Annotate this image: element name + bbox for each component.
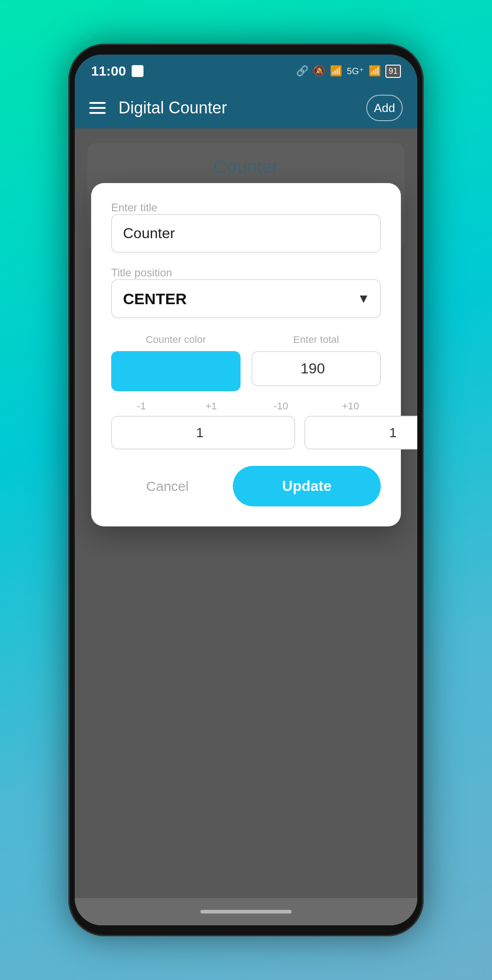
- step-labels-row: -1 +1 -10 +10: [111, 400, 381, 412]
- link-icon: 🔗: [296, 65, 308, 77]
- menu-line-3: [89, 112, 106, 114]
- color-label: Counter color: [111, 334, 241, 346]
- step-minus10-label: -10: [251, 400, 311, 412]
- active-app-indicator: [132, 65, 144, 77]
- color-picker-button[interactable]: [111, 351, 241, 391]
- position-select[interactable]: LEFT CENTER RIGHT: [111, 279, 381, 318]
- edit-counter-dialog: Enter title Title position LEFT CENTER R…: [91, 183, 401, 526]
- status-time-area: 11:00: [91, 63, 144, 79]
- signal-icon: 📶: [330, 65, 342, 77]
- update-button[interactable]: Update: [233, 466, 381, 506]
- total-section: Enter total: [251, 334, 381, 391]
- step-minus1-label: -1: [111, 400, 172, 412]
- bottom-bar: [75, 898, 417, 925]
- color-section: Counter color: [111, 334, 241, 391]
- menu-button[interactable]: [89, 102, 106, 114]
- main-content: Counter -1 − 190 +1 +: [75, 128, 417, 898]
- status-bar: 11:00 🔗 🔕 📶 5G⁺ 📶 91: [75, 55, 417, 87]
- step-minus1-input[interactable]: [111, 416, 295, 449]
- clock-time: 11:00: [91, 63, 126, 79]
- total-label: Enter total: [251, 334, 381, 346]
- app-title: Digital Counter: [118, 98, 354, 117]
- battery-icon: 91: [385, 65, 401, 78]
- step-buttons-row: [111, 416, 381, 449]
- color-total-row: Counter color Enter total: [111, 334, 381, 391]
- phone-screen: 11:00 🔗 🔕 📶 5G⁺ 📶 91 Digital Counte: [75, 55, 417, 925]
- menu-line-2: [89, 107, 106, 109]
- action-buttons-row: Cancel Update: [111, 466, 381, 506]
- title-field-label: Enter title: [111, 201, 157, 214]
- app-bar: Digital Counter Add: [75, 87, 417, 128]
- add-counter-button[interactable]: Add: [366, 95, 403, 121]
- wifi-icon: 5G⁺: [347, 66, 364, 77]
- menu-line-1: [89, 102, 106, 104]
- phone-frame: 11:00 🔗 🔕 📶 5G⁺ 📶 91 Digital Counte: [68, 44, 424, 936]
- step-plus1-input[interactable]: [304, 416, 417, 449]
- mute-icon: 🔕: [313, 65, 325, 77]
- total-input[interactable]: [251, 351, 381, 386]
- signal2-icon: 📶: [369, 65, 381, 77]
- step-plus1-label: +1: [181, 400, 241, 412]
- dialog-overlay: Enter title Title position LEFT CENTER R…: [75, 128, 417, 898]
- title-input[interactable]: [111, 214, 381, 253]
- position-field-label: Title position: [111, 266, 172, 279]
- position-select-wrapper: LEFT CENTER RIGHT ▼: [111, 279, 381, 318]
- cancel-button[interactable]: Cancel: [111, 467, 224, 506]
- status-icons-area: 🔗 🔕 📶 5G⁺ 📶 91: [296, 65, 401, 78]
- step-plus10-label: +10: [320, 400, 381, 412]
- home-indicator[interactable]: [200, 910, 292, 914]
